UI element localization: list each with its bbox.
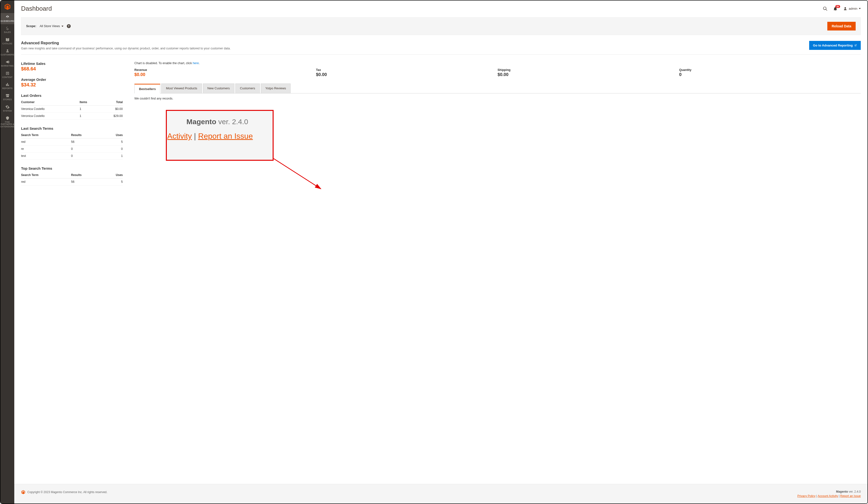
advanced-reporting-button-label: Go to Advanced Reporting [813, 43, 853, 47]
avg-order-value: $34.32 [21, 82, 123, 88]
reload-data-button[interactable]: Reload Data [827, 22, 856, 31]
col-items: Items [78, 99, 101, 105]
sidebar: DASHBOARD SALES CATALOG CUSTOMERS MARKET… [0, 0, 14, 504]
advanced-reporting-title: Advanced Reporting [21, 41, 230, 45]
copyright-text: Copyright © 2023 Magento Commerce Inc. A… [27, 491, 107, 494]
scope-select[interactable]: All Store Views [40, 24, 63, 28]
sidebar-item-system[interactable]: SYSTEM [0, 103, 14, 114]
revenue-label: Revenue [134, 68, 311, 72]
last-orders-title: Last Orders [21, 93, 123, 97]
search-icon[interactable] [823, 6, 828, 11]
sidebar-item-label: SYSTEM [3, 110, 12, 112]
privacy-policy-link[interactable]: Privacy Policy [797, 494, 815, 498]
table-row[interactable]: Veronica Costello1$29.00 [21, 113, 123, 120]
table-row[interactable]: test01 [21, 153, 123, 160]
sidebar-item-label: REPORTS [2, 88, 12, 90]
sidebar-item-marketing[interactable]: MARKETING [0, 58, 14, 69]
sidebar-item-label: FIND PARTNERS & EXTENSIONS [0, 121, 14, 128]
top-search-table: Search Term Results Uses red565 [21, 172, 123, 185]
callout-arrow-icon [272, 157, 326, 194]
quantity-value: 0 [679, 72, 856, 77]
col-results: Results [69, 172, 104, 178]
help-icon[interactable]: ? [67, 24, 71, 28]
tab-customers[interactable]: Customers [235, 83, 260, 93]
advanced-reporting-desc: Gain new insights and take command of yo… [21, 47, 230, 50]
last-search-table: Search Term Results Uses red565 re00 tes… [21, 132, 123, 160]
notification-badge: 39 [835, 5, 840, 8]
col-results: Results [69, 132, 104, 138]
sidebar-item-label: CATALOG [2, 43, 12, 45]
col-customer: Customer [21, 99, 78, 105]
sidebar-item-sales[interactable]: SALES [0, 24, 14, 35]
sidebar-item-customers[interactable]: CUSTOMERS [0, 47, 14, 58]
col-total: Total [101, 99, 123, 105]
table-row[interactable]: Veronica Costello1$0.00 [21, 105, 123, 113]
caret-down-icon [62, 25, 63, 27]
sidebar-item-label: DASHBOARD [1, 20, 14, 22]
tax-label: Tax [316, 68, 493, 72]
sidebar-item-content[interactable]: CONTENT [0, 69, 14, 80]
shipping-value: $0.00 [498, 72, 674, 77]
tab-yotpo[interactable]: Yotpo Reviews [261, 83, 291, 93]
notifications-icon[interactable]: 39 [833, 6, 838, 11]
revenue-value: $0.00 [134, 72, 311, 77]
tab-new-customers[interactable]: New Customers [203, 83, 234, 93]
scope-bar: Scope: All Store Views ? Reload Data [21, 17, 861, 35]
chart-note: Chart is disabled. To enable the chart, … [134, 61, 861, 65]
top-search-title: Top Search Terms [21, 166, 123, 171]
magento-logo-small [21, 490, 25, 494]
col-uses: Uses [104, 172, 123, 178]
table-row[interactable]: red565 [21, 178, 123, 185]
last-orders-table: Customer Items Total Veronica Costello1$… [21, 99, 123, 120]
last-search-title: Last Search Terms [21, 126, 123, 131]
lifetime-sales-value: $68.64 [21, 66, 123, 72]
sidebar-item-stores[interactable]: STORES [0, 92, 14, 103]
sidebar-item-reports[interactable]: REPORTS [0, 80, 14, 92]
user-name: admin [849, 7, 857, 10]
external-link-icon [854, 44, 857, 47]
tabs: Bestsellers Most Viewed Products New Cus… [134, 83, 861, 93]
table-row[interactable]: re00 [21, 145, 123, 153]
user-menu[interactable]: admin [843, 7, 861, 11]
scope-value: All Store Views [40, 24, 60, 28]
sidebar-item-label: SALES [4, 31, 11, 33]
sidebar-item-label: CONTENT [2, 76, 12, 79]
sidebar-item-label: STORES [3, 99, 12, 101]
quantity-label: Quantity [679, 68, 856, 72]
avg-order-label: Average Order [21, 78, 123, 82]
advanced-reporting-button[interactable]: Go to Advanced Reporting [809, 41, 861, 50]
svg-line-0 [273, 158, 321, 189]
footer: Copyright © 2023 Magento Commerce Inc. A… [14, 484, 868, 504]
version-callout: Magento ver. 2.4.0 Activity | Report an … [166, 110, 273, 161]
no-records-message: We couldn't find any records. [134, 97, 861, 100]
col-uses: Uses [104, 132, 123, 138]
scope-label: Scope: [26, 24, 36, 28]
tab-bestsellers[interactable]: Bestsellers [134, 84, 160, 93]
col-term: Search Term [21, 172, 69, 178]
version-text: Magento ver. 2.4.0 [797, 490, 861, 493]
account-activity-link[interactable]: Account Activity [818, 494, 838, 498]
table-row[interactable]: red565 [21, 138, 123, 145]
tax-value: $0.00 [316, 72, 493, 77]
tab-most-viewed[interactable]: Most Viewed Products [161, 83, 202, 93]
col-term: Search Term [21, 132, 69, 138]
sidebar-item-catalog[interactable]: CATALOG [0, 35, 14, 47]
sidebar-item-partners[interactable]: FIND PARTNERS & EXTENSIONS [0, 114, 14, 130]
sidebar-item-dashboard[interactable]: DASHBOARD [0, 13, 14, 24]
enable-chart-link[interactable]: here [193, 61, 199, 65]
magento-logo[interactable] [0, 0, 14, 13]
sidebar-item-label: MARKETING [1, 65, 13, 67]
sidebar-item-label: CUSTOMERS [1, 54, 14, 56]
caret-down-icon [859, 8, 861, 9]
lifetime-sales-label: Lifetime Sales [21, 61, 123, 65]
report-issue-link[interactable]: Report an Issue [840, 494, 861, 498]
page-title: Dashboard [21, 5, 52, 12]
shipping-label: Shipping [498, 68, 674, 72]
